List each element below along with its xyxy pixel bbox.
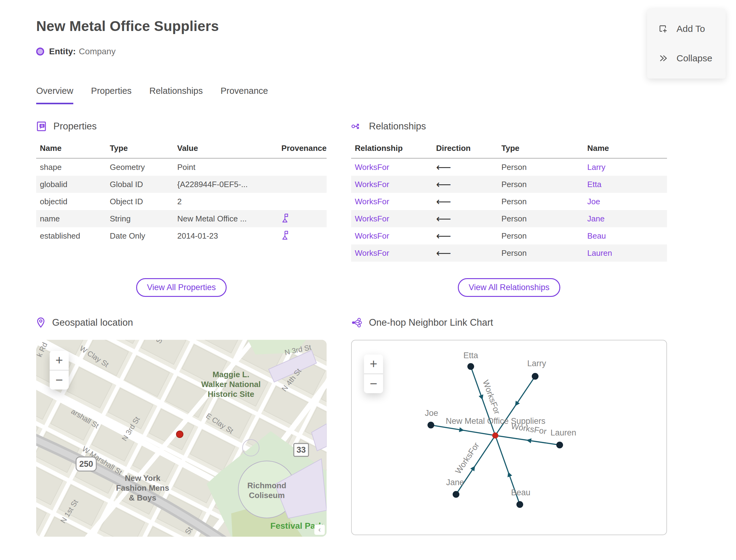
properties-section-title: Properties [53,121,97,132]
table-row: WorksFor ⟵ Person Jane [351,210,667,227]
poi-label: Walker National [201,380,261,389]
node-label: Joe [425,408,438,418]
node-beau[interactable] [516,501,523,508]
relationships-icon [351,121,362,132]
node-label: Etta [463,351,478,360]
poi-label: Richmond [247,481,286,490]
edge-label: WorksFor [481,379,502,416]
map-zoom-out-button[interactable]: − [50,370,69,389]
view-all-relationships-button[interactable]: View All Relationships [458,278,560,297]
node-etta[interactable] [467,363,474,370]
table-row: WorksFor ⟵ Person Lauren [351,244,667,262]
svg-text:33: 33 [297,445,306,455]
relationship-link[interactable]: WorksFor [351,214,436,224]
tab-overview[interactable]: Overview [36,86,73,104]
table-row: WorksFor ⟵ Person Etta [351,176,667,193]
properties-table-header: Name Type Value Provenance [36,144,327,159]
map-pin-icon [36,317,45,328]
direction-arrow: ⟵ [436,162,501,172]
node-label: New Metal Office Suppliers [446,416,545,426]
link-chart-canvas: WorksForWorksForWorksForNew Metal Office… [352,340,666,535]
node-label: Larry [527,359,546,368]
page-header: New Metal Office Suppliers Entity: Compa… [0,0,736,56]
linkchart-section-header: One-hop Neighbor Link Chart [351,317,667,328]
relationship-link[interactable]: WorksFor [351,231,436,241]
node-jane[interactable] [453,491,459,498]
relationship-link[interactable]: WorksFor [351,163,436,172]
provenance-flag-icon[interactable] [282,230,289,242]
chart-zoom-in-button[interactable]: + [364,355,383,374]
relationship-link[interactable]: WorksFor [351,248,436,258]
poi-label: & Boys [129,493,156,502]
link-chart-icon [351,317,362,328]
tab-relationships[interactable]: Relationships [149,86,203,104]
geospatial-section-header: Geospatial location [36,317,327,328]
entity-link[interactable]: Etta [587,180,667,189]
entity-label: Entity: [49,47,76,56]
tab-bar: Overview Properties Relationships Proven… [36,86,736,104]
map-zoom-control: + − [50,351,69,389]
direction-arrow: ⟵ [436,248,501,258]
chart-zoom-out-button[interactable]: − [364,374,383,393]
relationships-section: Relationships Relationship Direction Typ… [351,121,667,262]
node-larry[interactable] [532,373,539,380]
collapse-button[interactable]: Collapse [647,47,726,69]
add-to-icon [657,23,669,34]
table-row: WorksFor ⟵ Person Beau [351,227,667,244]
linkchart-section-title: One-hop Neighbor Link Chart [369,317,493,328]
direction-arrow: ⟵ [436,179,501,190]
page-title: New Metal Office Suppliers [36,18,736,34]
properties-table: Name Type Value Provenance shape Geometr… [36,144,327,244]
table-row: objectid Object ID 2 [36,193,327,210]
entity-type-icon [36,48,44,56]
overview-content: Properties Name Type Value Provenance sh… [36,121,736,537]
entity-type-value: Company [79,47,116,56]
poi-label: Fashion Mens [116,483,169,493]
relationships-table: Relationship Direction Type Name WorksFo… [351,144,667,262]
node-label: Lauren [550,428,576,437]
relationship-link[interactable]: WorksFor [351,197,436,206]
map-zoom-in-button[interactable]: + [50,351,69,370]
provenance-flag-icon[interactable] [282,213,289,225]
route-shield-33: 33 [294,443,309,456]
chevrons-right-icon [657,53,669,64]
node-center[interactable] [492,432,498,439]
direction-arrow: ⟵ [436,231,501,241]
geospatial-section-title: Geospatial location [52,317,133,328]
entity-link[interactable]: Lauren [587,248,667,258]
node-joe[interactable] [427,422,434,428]
table-row: WorksFor ⟵ Person Joe [351,193,667,210]
relationships-table-header: Relationship Direction Type Name [351,144,667,159]
geospatial-map[interactable]: + − [36,340,327,537]
node-label: Jane [446,478,464,487]
action-panel: Add To Collapse [647,9,726,79]
chart-zoom-control: + − [364,355,383,393]
entity-row: Entity: Company [36,47,736,56]
tab-properties[interactable]: Properties [91,86,132,104]
table-row: globalid Global ID {A228944F-0EF5-... [36,176,327,193]
entity-link[interactable]: Jane [587,214,667,224]
entity-link[interactable]: Beau [587,231,667,241]
basemap: k Rd W Clay St Sa arshall St W Marshall … [36,340,327,537]
direction-arrow: ⟵ [436,213,501,224]
entity-link[interactable]: Joe [587,197,667,206]
table-row: shape Geometry Point [36,159,327,176]
svg-text:250: 250 [79,459,93,469]
tab-provenance[interactable]: Provenance [220,86,268,104]
add-to-button[interactable]: Add To [647,18,726,40]
link-chart-panel[interactable]: + − WorksForWorksForWorksForNew Metal Of… [351,340,667,535]
table-row: name String New Metal Office ... [36,210,327,227]
node-label: Beau [511,488,530,497]
attribution-toggle[interactable]: ‹ [314,524,325,535]
relationship-link[interactable]: WorksFor [351,180,436,189]
poi-label: Coliseum [249,491,285,500]
node-lauren[interactable] [556,442,563,448]
poi-label: New York [125,474,161,483]
view-all-properties-button[interactable]: View All Properties [136,278,227,297]
entity-link[interactable]: Larry [587,163,667,172]
edge-label: WorksFor [454,441,481,475]
poi-label: Historic Site [208,389,254,399]
location-marker [176,431,183,438]
table-row: established Date Only 2014-01-23 [36,227,327,244]
table-row: WorksFor ⟵ Person Larry [351,159,667,176]
